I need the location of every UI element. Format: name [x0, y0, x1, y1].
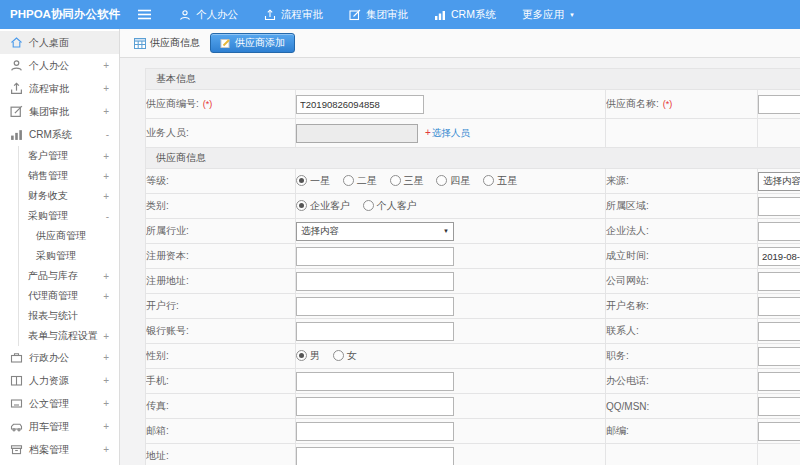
sidebar-item-product-inventory[interactable]: 产品与库存 +	[0, 266, 119, 286]
radio-option[interactable]: 五星	[483, 174, 517, 188]
document-icon	[10, 397, 23, 410]
car-icon	[10, 420, 23, 433]
contact-person-input[interactable]	[758, 322, 800, 341]
expand-plus-icon[interactable]: +	[103, 60, 109, 71]
expand-plus-icon[interactable]: +	[103, 421, 109, 432]
industry-select[interactable]: 选择内容▼	[296, 222, 454, 241]
expand-plus-icon[interactable]: +	[103, 171, 109, 182]
radio-option[interactable]: 女	[333, 349, 357, 363]
sidebar-item-group-approval[interactable]: 集团审批 +	[0, 100, 119, 123]
expand-plus-icon[interactable]: +	[103, 398, 109, 409]
expand-plus-icon[interactable]: +	[103, 83, 109, 94]
tab-supplier-add[interactable]: 供应商添加	[210, 33, 295, 53]
sidebar-item-sales-mgmt[interactable]: 销售管理 +	[0, 166, 119, 186]
hamburger-menu-button[interactable]	[122, 9, 166, 20]
sidebar-item-reports[interactable]: 报表与统计	[0, 306, 119, 326]
bank-account-input[interactable]	[296, 322, 454, 341]
radio-option[interactable]: 四星	[436, 174, 470, 188]
radio-icon	[333, 350, 344, 361]
nav-item-crm[interactable]: CRM系统	[421, 0, 509, 29]
field-label: 成立时间:	[606, 250, 649, 261]
radio-option[interactable]: 个人客户	[363, 199, 417, 213]
radio-option[interactable]: 三星	[390, 174, 424, 188]
expand-plus-icon[interactable]: +	[103, 151, 109, 162]
registered-address-input[interactable]	[296, 272, 454, 291]
sidebar-item-workflow-approval[interactable]: 流程审批 +	[0, 77, 119, 100]
nav-item-personal-office[interactable]: 个人办公	[166, 0, 251, 29]
nav-item-group-approval[interactable]: 集团审批	[336, 0, 421, 29]
address-input[interactable]	[296, 447, 454, 465]
radio-option[interactable]: 企业客户	[296, 199, 350, 213]
collapse-minus-icon[interactable]: -	[106, 129, 109, 140]
radio-icon	[483, 175, 494, 186]
field-label: 联系人:	[606, 325, 639, 336]
field-label: 邮编:	[606, 425, 629, 436]
sidebar-item-document-mgmt[interactable]: 公文管理 +	[0, 392, 119, 415]
expand-plus-icon[interactable]: +	[103, 191, 109, 202]
collapse-minus-icon[interactable]: -	[106, 211, 109, 222]
website-input[interactable]	[758, 272, 800, 291]
nav-item-workflow-approval[interactable]: 流程审批	[251, 0, 336, 29]
radio-option[interactable]: 二星	[343, 174, 377, 188]
source-select[interactable]: 选择内容▼	[758, 172, 800, 191]
home-icon	[10, 36, 23, 49]
sidebar-item-agent-mgmt[interactable]: 代理商管理 +	[0, 286, 119, 306]
sidebar-item-personal-desktop[interactable]: 个人桌面	[0, 31, 119, 54]
supplier-name-input[interactable]	[758, 95, 800, 114]
legal-person-input[interactable]	[758, 222, 800, 241]
founded-date-input[interactable]	[758, 247, 800, 266]
edit-icon	[349, 9, 361, 21]
expand-plus-icon[interactable]: +	[103, 375, 109, 386]
expand-plus-icon[interactable]: +	[103, 352, 109, 363]
chart-icon	[434, 9, 446, 21]
sidebar-item-hr[interactable]: 人力资源 +	[0, 369, 119, 392]
expand-plus-icon[interactable]: +	[103, 331, 109, 342]
expand-plus-icon[interactable]: +	[103, 291, 109, 302]
sidebar-item-admin-office[interactable]: 行政办公 +	[0, 346, 119, 369]
top-nav: 个人办公 流程审批 集团审批 CRM系统 更多应用	[166, 0, 588, 29]
form-row: 开户行: 开户名称:	[146, 294, 800, 319]
expand-plus-icon[interactable]: +	[103, 271, 109, 282]
fax-input[interactable]	[296, 397, 454, 416]
nav-item-more-apps[interactable]: 更多应用 ▼	[509, 0, 588, 29]
expand-plus-icon[interactable]: +	[103, 106, 109, 117]
expand-plus-icon[interactable]: +	[103, 444, 109, 455]
radio-icon	[436, 175, 447, 186]
supplier-code-input[interactable]	[296, 95, 424, 114]
form-row: 业务人员: +选择人员	[146, 119, 800, 148]
book-icon	[10, 374, 23, 387]
staff-picker-input[interactable]	[296, 124, 418, 143]
qq-msn-input[interactable]	[758, 397, 800, 416]
select-staff-link[interactable]: 选择人员	[432, 127, 470, 138]
field-label: 来源:	[606, 175, 629, 186]
sidebar-item-purchase-mgmt[interactable]: 采购管理 -	[0, 206, 119, 226]
sidebar-item-crm[interactable]: CRM系统 -	[0, 123, 119, 146]
sidebar-item-archive-mgmt[interactable]: 档案管理 +	[0, 438, 119, 461]
section-header-supplier-info: 供应商信息	[146, 148, 800, 169]
account-name-input[interactable]	[758, 297, 800, 316]
region-input[interactable]	[758, 197, 800, 216]
office-phone-input[interactable]	[758, 372, 800, 391]
field-label: 性别:	[146, 350, 169, 361]
radio-option[interactable]: 男	[296, 349, 320, 363]
position-input[interactable]	[758, 347, 800, 366]
briefcase-icon	[10, 351, 23, 364]
sidebar-item-purchasing[interactable]: 采购管理	[0, 246, 119, 266]
user-icon	[10, 59, 23, 72]
mobile-input[interactable]	[296, 372, 454, 391]
radio-option[interactable]: 一星	[296, 174, 330, 188]
email-input[interactable]	[296, 422, 454, 441]
sidebar-item-personal-office[interactable]: 个人办公 +	[0, 54, 119, 77]
registered-capital-input[interactable]	[296, 247, 454, 266]
field-label: 公司网站:	[606, 275, 649, 286]
sidebar-item-finance[interactable]: 财务收支 +	[0, 186, 119, 206]
bank-branch-input[interactable]	[296, 297, 454, 316]
field-label: 开户行:	[146, 300, 179, 311]
tab-supplier-info[interactable]: 供应商信息	[134, 36, 200, 50]
sidebar-item-vehicle-mgmt[interactable]: 用车管理 +	[0, 415, 119, 438]
sidebar-item-supplier-mgmt[interactable]: 供应商管理	[0, 226, 119, 246]
postcode-input[interactable]	[758, 422, 800, 441]
sidebar-item-customer-mgmt[interactable]: 客户管理 +	[0, 146, 119, 166]
sidebar-item-form-workflow-settings[interactable]: 表单与流程设置 +	[0, 326, 119, 346]
field-label: 手机:	[146, 375, 169, 386]
